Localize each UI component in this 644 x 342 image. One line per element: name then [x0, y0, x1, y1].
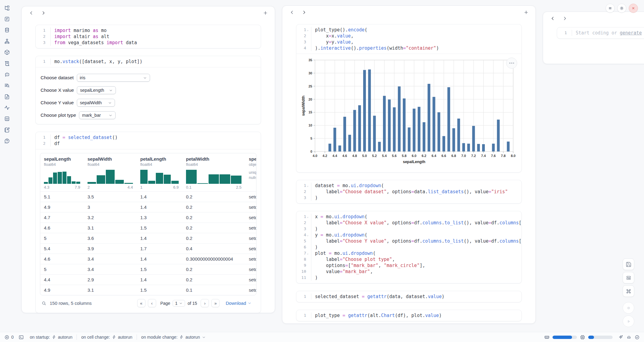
code-editor[interactable]: 1df = selected_dataset()2df	[36, 132, 261, 149]
prev-page-button[interactable]: ‹	[148, 299, 156, 307]
column-prev-button[interactable]	[27, 8, 36, 17]
column-prev-button[interactable]	[548, 14, 557, 23]
code-editor[interactable]: 1import marimo as mo2import altair as al…	[36, 25, 261, 48]
add-cell-button[interactable]	[521, 8, 531, 17]
code-editor[interactable]: 1⌄x = mo.ui.dropdown(2 label="Choose X v…	[296, 211, 521, 283]
bot-chat-icon[interactable]	[2, 70, 12, 79]
scroll-icon[interactable]	[2, 59, 12, 68]
table-row: 4.42.91.40.2setosa	[40, 275, 256, 285]
status-bar-right	[544, 335, 640, 340]
command-icon[interactable]	[623, 285, 634, 297]
chart-menu-button[interactable]	[506, 58, 517, 69]
cpu-usage-bar	[588, 336, 613, 339]
svg-text:35: 35	[309, 58, 312, 62]
code-editor[interactable]: 1selected_dataset = getattr(data, datase…	[296, 291, 521, 302]
document-icon[interactable]	[2, 92, 12, 101]
help-bubble-icon[interactable]	[2, 137, 12, 146]
first-page-button[interactable]: «	[137, 299, 145, 307]
code-editor[interactable]: 1⌄plot_type().encode(2 x=x.value,3 y=y.v…	[296, 24, 521, 54]
add-cell-button[interactable]	[261, 8, 270, 17]
table-cell: 3.2	[84, 212, 137, 223]
chevron-down-icon	[248, 301, 252, 305]
table-cell: 1.5	[137, 223, 182, 233]
table-cell: 3.5	[84, 192, 137, 202]
last-page-button[interactable]: »	[211, 299, 220, 307]
notebook-edit-icon[interactable]	[2, 125, 12, 134]
network-icon[interactable]	[2, 37, 12, 46]
column-prev-button[interactable]	[287, 8, 296, 17]
table-cell: 4.9	[40, 202, 84, 212]
code-square-icon[interactable]	[2, 114, 12, 123]
connection-status-icon[interactable]	[635, 335, 640, 340]
dataset-dropdown[interactable]: iris	[77, 74, 150, 82]
file-tree-icon[interactable]	[2, 3, 12, 12]
function-square-icon[interactable]	[2, 15, 12, 24]
column-header[interactable]: petalWidthfloat640.12.5	[182, 153, 245, 192]
chart-bar	[338, 145, 341, 151]
chart-bar	[428, 84, 430, 151]
chart-bar	[438, 112, 440, 151]
download-button[interactable]: Download	[226, 301, 252, 306]
close-icon[interactable]	[629, 4, 638, 13]
column-header[interactable]: speciesobjectunique:nulls:	[245, 153, 256, 192]
table-cell: 4.6	[40, 223, 84, 233]
runtime-setting[interactable]: on cell change:autorun	[81, 335, 132, 340]
window-controls	[606, 4, 638, 13]
chart-bar	[353, 110, 356, 151]
page-select[interactable]: 1	[173, 300, 185, 307]
chart-bar	[393, 107, 396, 151]
chart-bar	[492, 144, 495, 151]
run-all-icon[interactable]	[623, 315, 634, 327]
svg-text:5.6: 5.6	[392, 154, 396, 158]
search-icon[interactable]	[41, 301, 47, 306]
runtime-setting[interactable]: on module change:autorun	[141, 335, 206, 340]
activity-icon[interactable]	[2, 103, 12, 112]
chart-svg: 4.04.24.44.64.85.05.25.45.65.86.06.26.46…	[301, 56, 518, 170]
svg-text:7.2: 7.2	[471, 154, 476, 158]
memory-usage-bar	[553, 336, 577, 339]
column-histogram	[186, 170, 242, 184]
stop-icon[interactable]	[623, 302, 634, 314]
chevron-down-icon	[109, 88, 113, 92]
layout-grid-icon[interactable]	[623, 272, 634, 283]
save-icon[interactable]	[623, 258, 634, 270]
plot-type-dropdown[interactable]: mark_bar	[79, 111, 116, 119]
sparkles-icon[interactable]	[618, 335, 623, 340]
column-next-button[interactable]	[39, 8, 48, 17]
column-header[interactable]: petalLengthfloat6416.9	[137, 153, 182, 192]
column-header[interactable]: sepalLengthfloat644.37.9	[40, 153, 84, 192]
column-header	[282, 6, 535, 19]
database-icon[interactable]	[2, 26, 12, 35]
code-line: 4⌄y = mo.ui.dropdown(	[296, 232, 518, 238]
chart-bar	[418, 107, 420, 151]
code-editor[interactable]: 1Start coding or generate with	[557, 27, 644, 38]
cell-output: Choose datasetirisChoose X valuesepalLen…	[36, 67, 261, 124]
svg-text:20: 20	[309, 98, 312, 101]
error-count-badge[interactable]: 0	[4, 335, 14, 340]
y-value-dropdown[interactable]: sepalWidth	[77, 99, 115, 107]
column-next-button[interactable]	[299, 8, 309, 17]
table-row: 5.13.51.40.2setosa	[40, 192, 256, 202]
table-cell: 4.9	[40, 285, 84, 295]
chart-bar	[507, 141, 510, 151]
x-value-dropdown[interactable]: sepalLength	[77, 86, 116, 94]
svg-text:sepalWidth: sepalWidth	[301, 96, 306, 116]
runtime-setting[interactable]: on startup:autorun	[30, 335, 73, 340]
menu-icon[interactable]	[606, 4, 615, 13]
next-page-button[interactable]: ›	[201, 299, 209, 307]
package-icon[interactable]	[2, 48, 12, 57]
page-count: of 15	[188, 301, 197, 306]
svg-text:6.4: 6.4	[431, 154, 436, 158]
search-list-icon[interactable]	[2, 81, 12, 90]
assistant-icon[interactable]	[626, 335, 631, 340]
column-next-button[interactable]	[560, 14, 569, 23]
code-editor[interactable]: 1plot_type = getattr(alt.Chart(df), plot…	[296, 310, 521, 321]
column-header[interactable]: sepalWidthfloat6424.4	[84, 153, 137, 192]
code-editor[interactable]: 1mo.vstack([dataset, x, y, plot])	[36, 56, 261, 67]
status-bar: 0 on startup:autorunon cell change:autor…	[0, 332, 644, 342]
code-editor[interactable]: 1⌄dataset = mo.ui.dropdown(2 label="Choo…	[296, 180, 521, 203]
gear-icon[interactable]	[617, 4, 626, 13]
chart-bar	[388, 99, 391, 151]
terminal-button[interactable]	[19, 335, 24, 340]
altair-bar-chart[interactable]: 4.04.24.44.64.85.05.25.45.65.86.06.26.46…	[301, 56, 520, 171]
